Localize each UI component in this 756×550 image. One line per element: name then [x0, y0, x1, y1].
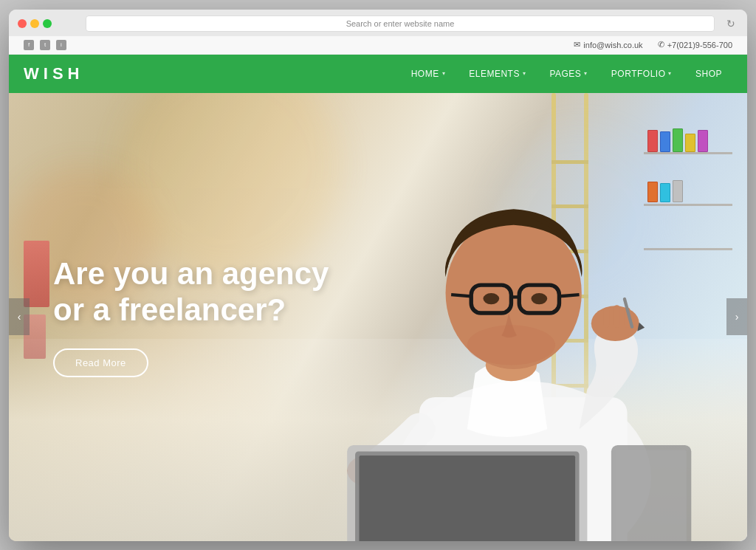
next-slide-button[interactable]: ›	[726, 298, 747, 335]
minimize-button[interactable]	[30, 19, 39, 28]
nav-item-home[interactable]: HOME ▾	[401, 63, 456, 85]
nav-arrow-pages: ▾	[584, 70, 588, 77]
prev-slide-button[interactable]: ‹	[9, 298, 30, 335]
hero-cta-button[interactable]: Read More	[53, 348, 148, 377]
next-arrow-icon: ›	[735, 311, 739, 323]
address-bar-text: Search or enter website name	[346, 19, 455, 28]
svg-rect-13	[603, 307, 610, 327]
svg-point-9	[483, 292, 499, 303]
browser-chrome: Search or enter website name ↻	[9, 10, 747, 36]
prev-arrow-icon: ‹	[18, 311, 21, 323]
main-navigation: WISH HOME ▾ ELEMENTS ▾ PAGES ▾ PORTFOLIO…	[9, 55, 747, 93]
email-contact: ✉ info@wish.co.uk	[574, 40, 642, 49]
nav-arrow-portfolio: ▾	[668, 70, 672, 77]
svg-rect-25	[616, 450, 686, 541]
nav-item-shop[interactable]: SHOP	[685, 63, 732, 85]
browser-chrome-top: Search or enter website name ↻	[18, 16, 738, 32]
email-icon: ✉	[574, 40, 580, 49]
svg-point-10	[532, 292, 548, 303]
top-info-bar: f t i ✉ info@wish.co.uk ✆ +7(021)9-556-7…	[9, 36, 747, 55]
phone-contact: ✆ +7(021)9-556-700	[658, 40, 732, 49]
hero-section: ‹ › Are you an agency or a freelancer? R…	[9, 93, 747, 541]
site-logo[interactable]: WISH	[24, 64, 83, 83]
refresh-icon[interactable]: ↻	[726, 18, 738, 30]
phone-text: +7(021)9-556-700	[667, 41, 732, 49]
browser-window: Search or enter website name ↻ f t i	[9, 10, 747, 541]
nav-menu: HOME ▾ ELEMENTS ▾ PAGES ▾ PORTFOLIO ▾ SH…	[401, 63, 732, 85]
phone-icon: ✆	[658, 40, 664, 49]
social-icons: f t i	[24, 40, 66, 50]
nav-arrow-elements: ▾	[523, 70, 526, 77]
close-button[interactable]	[18, 19, 27, 28]
svg-rect-14	[614, 305, 620, 327]
svg-line-7	[451, 295, 471, 296]
nav-item-portfolio[interactable]: PORTFOLIO ▾	[601, 63, 682, 85]
hero-content: Are you an agency or a freelancer? Read …	[9, 256, 373, 377]
nav-item-pages[interactable]: PAGES ▾	[539, 63, 597, 85]
twitter-icon[interactable]: t	[40, 40, 50, 50]
website-content: f t i ✉ info@wish.co.uk ✆ +7(021)9-556-7…	[9, 36, 747, 541]
svg-point-11	[467, 325, 555, 365]
hero-title: Are you an agency or a freelancer?	[53, 256, 329, 328]
traffic-lights	[18, 19, 52, 28]
instagram-icon[interactable]: i	[56, 40, 66, 50]
svg-rect-21	[359, 456, 575, 541]
email-text: info@wish.co.uk	[583, 41, 642, 49]
nav-item-elements[interactable]: ELEMENTS ▾	[458, 63, 536, 85]
nav-arrow-home: ▾	[442, 70, 446, 77]
address-bar[interactable]: Search or enter website name	[86, 16, 715, 32]
svg-line-8	[559, 295, 579, 296]
maximize-button[interactable]	[43, 19, 52, 28]
contact-info: ✉ info@wish.co.uk ✆ +7(021)9-556-700	[574, 40, 732, 49]
facebook-icon[interactable]: f	[24, 40, 34, 50]
